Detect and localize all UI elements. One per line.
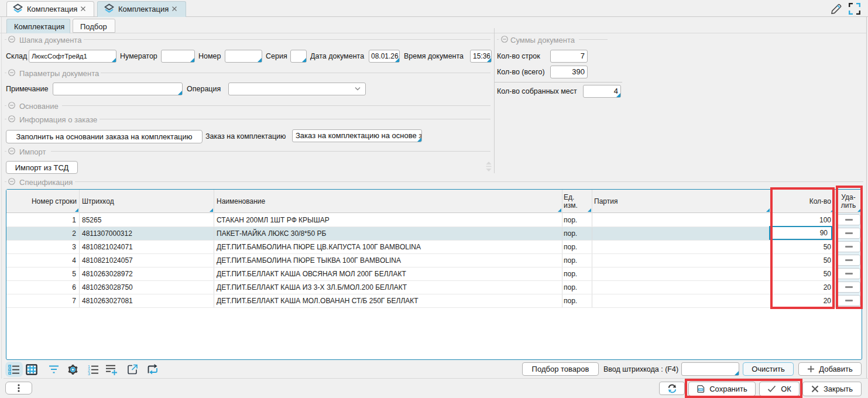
svg-text:3: 3 xyxy=(88,372,90,375)
